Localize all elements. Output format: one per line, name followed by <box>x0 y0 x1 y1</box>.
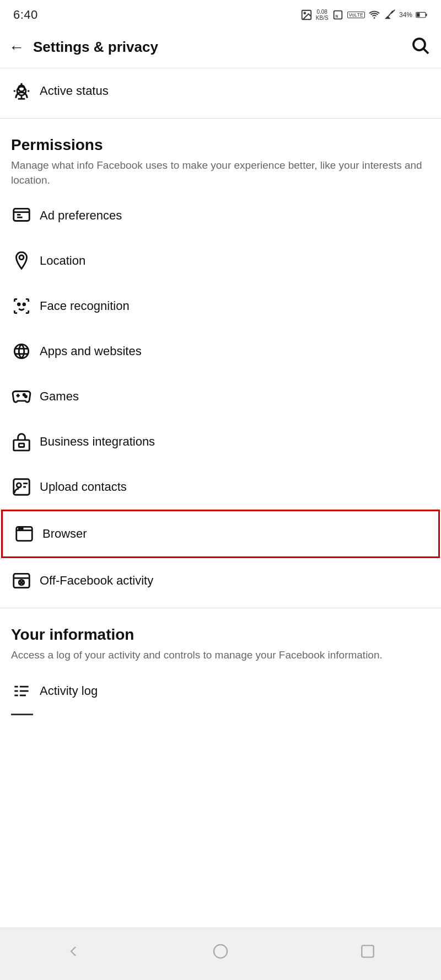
apps-and-websites-item[interactable]: Apps and websites <box>0 329 441 374</box>
games-label: Games <box>40 389 79 404</box>
apps-and-websites-icon <box>11 341 40 362</box>
games-icon <box>11 386 40 407</box>
permissions-description: Manage what info Facebook uses to make y… <box>11 158 430 188</box>
activity-log-item[interactable]: Activity log <box>0 668 441 714</box>
location-label: Location <box>40 254 85 268</box>
svg-point-12 <box>19 255 24 260</box>
svg-point-14 <box>23 303 25 306</box>
your-information-description: Access a log of your activity and contro… <box>11 648 430 663</box>
header-left: ← Settings & privacy <box>9 39 158 56</box>
games-item[interactable]: Games <box>0 374 441 419</box>
bottom-nav <box>0 928 441 980</box>
status-time: 6:40 <box>13 8 38 22</box>
svg-point-13 <box>18 303 20 306</box>
svg-rect-20 <box>14 479 30 495</box>
business-integrations-item[interactable]: Business integrations <box>0 419 441 464</box>
wifi-icon <box>368 9 380 21</box>
upload-contacts-icon <box>11 476 40 497</box>
svg-point-15 <box>14 345 28 358</box>
active-status-item[interactable]: Active status <box>0 68 441 114</box>
svg-line-9 <box>424 49 428 53</box>
nav-recents-button[interactable] <box>346 938 390 965</box>
off-facebook-activity-label: Off-Facebook activity <box>40 574 153 588</box>
svg-point-33 <box>214 945 227 958</box>
volte-icon: VoLTE <box>347 12 365 18</box>
svg-rect-6 <box>426 14 427 17</box>
activity-log-icon <box>11 681 40 701</box>
status-icons: 0.08KB/S N VoLTE <box>300 9 428 21</box>
off-facebook-activity-item[interactable]: Off-Facebook activity <box>0 558 441 603</box>
svg-point-1 <box>304 12 305 14</box>
svg-rect-19 <box>19 443 24 447</box>
divider-1 <box>0 118 441 119</box>
face-recognition-icon <box>11 296 40 317</box>
ad-preferences-item[interactable]: Ad preferences <box>0 193 441 238</box>
browser-icon <box>14 523 42 544</box>
ad-preferences-label: Ad preferences <box>40 208 122 223</box>
your-information-title: Your information <box>11 626 430 644</box>
data-speed: 0.08KB/S <box>316 9 329 21</box>
activity-log-label: Activity log <box>40 684 98 698</box>
face-recognition-item[interactable]: Face recognition <box>0 283 441 329</box>
off-facebook-activity-icon <box>11 570 40 591</box>
signal-x-icon <box>384 9 396 21</box>
active-status-label: Active status <box>40 84 109 98</box>
search-button[interactable] <box>410 35 430 59</box>
back-button[interactable]: ← <box>9 40 24 55</box>
svg-point-8 <box>413 39 425 50</box>
page-title: Settings & privacy <box>33 39 158 56</box>
ad-preferences-icon <box>11 205 40 226</box>
browser-label: Browser <box>42 527 87 541</box>
svg-point-17 <box>25 396 26 398</box>
svg-point-4 <box>374 17 375 19</box>
svg-rect-18 <box>14 440 30 451</box>
battery-icon <box>416 9 428 21</box>
svg-rect-34 <box>362 945 373 957</box>
svg-text:N: N <box>335 14 338 18</box>
svg-point-23 <box>19 528 20 529</box>
nfc-icon: N <box>332 9 344 21</box>
svg-point-21 <box>17 483 21 488</box>
face-recognition-label: Face recognition <box>40 299 130 313</box>
business-integrations-label: Business integrations <box>40 435 155 449</box>
battery-percent: 34% <box>399 11 412 19</box>
upload-contacts-item[interactable]: Upload contacts <box>0 464 441 510</box>
location-icon <box>11 250 40 271</box>
nav-back-button[interactable] <box>51 938 95 965</box>
svg-rect-7 <box>417 13 420 17</box>
business-integrations-icon <box>11 431 40 452</box>
divider-2 <box>0 608 441 608</box>
status-bar: 6:40 0.08KB/S N VoLTE <box>0 0 441 29</box>
svg-point-24 <box>21 528 23 529</box>
your-information-header: Your information Access a log of your ac… <box>0 613 441 668</box>
svg-rect-11 <box>14 209 30 221</box>
browser-item[interactable]: Browser <box>1 510 440 558</box>
permissions-header: Permissions Manage what info Facebook us… <box>0 123 441 193</box>
active-status-icon <box>11 81 40 101</box>
nav-home-button[interactable] <box>198 938 243 965</box>
apps-and-websites-label: Apps and websites <box>40 344 142 358</box>
page-header: ← Settings & privacy <box>0 29 441 68</box>
location-item[interactable]: Location <box>0 238 441 283</box>
upload-contacts-label: Upload contacts <box>40 480 127 494</box>
content: Active status Permissions Manage what in… <box>0 68 441 928</box>
image-icon <box>300 9 313 21</box>
permissions-title: Permissions <box>11 136 430 154</box>
